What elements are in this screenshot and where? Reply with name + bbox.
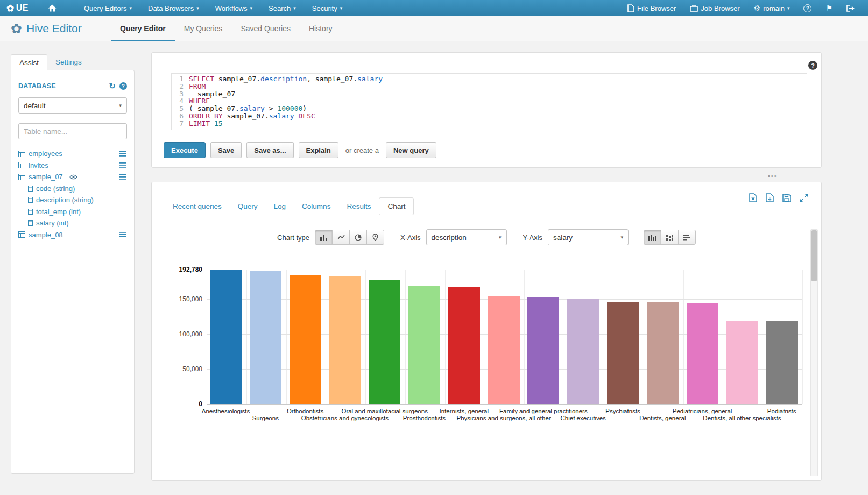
bar-pediatricians-general[interactable] — [687, 303, 718, 404]
topnav-menu-query-editors[interactable]: Query Editors▾ — [76, 0, 140, 16]
save-icon — [782, 194, 791, 202]
bar-physicians-and-surgeons-all-other[interactable] — [488, 296, 520, 404]
vertical-gridline — [365, 270, 366, 404]
table-item-sample-08[interactable]: sample_08 — [18, 229, 127, 241]
bar-chief-executives[interactable] — [567, 299, 599, 404]
horizontal-gridline — [207, 404, 802, 405]
chart-type-map-button[interactable] — [366, 230, 384, 245]
tab-my-queries[interactable]: My Queries — [175, 16, 232, 41]
column-item-total-emp-int[interactable]: total_emp (int) — [18, 206, 127, 218]
tab-query-editor[interactable]: Query Editor — [111, 16, 175, 41]
top-navbar: ✿ UE Query Editors▾Data Browsers▾Workflo… — [0, 0, 868, 16]
tree-item-label: invites — [29, 161, 48, 169]
horizontal-bars-button[interactable] — [678, 230, 696, 245]
execute-button[interactable]: Execute — [164, 142, 206, 158]
file-browser-button[interactable]: File Browser — [620, 0, 683, 16]
results-tab-log[interactable]: Log — [266, 198, 294, 215]
bar-orthodontists[interactable] — [290, 275, 321, 404]
table-item-employees[interactable]: employees — [18, 148, 127, 160]
logout-button[interactable] — [839, 0, 862, 16]
resize-handle[interactable]: ••• — [768, 173, 778, 179]
bar-surgeons[interactable] — [250, 271, 281, 404]
expand-results-button[interactable] — [800, 194, 808, 202]
new-query-button[interactable]: New query — [386, 142, 436, 158]
tab-assist[interactable]: Assist — [11, 54, 47, 70]
sql-editor[interactable]: 1SELECT sample_07.description, sample_07… — [171, 73, 807, 130]
job-browser-button[interactable]: Job Browser — [683, 0, 746, 16]
bar-psychiatrists[interactable] — [607, 302, 639, 404]
help-button[interactable]: ? — [796, 0, 818, 16]
line-chart-icon — [337, 234, 345, 241]
save-as-button[interactable]: Save as... — [246, 142, 293, 158]
save-results-button[interactable] — [782, 194, 791, 202]
bar-podiatrists[interactable] — [766, 321, 798, 404]
bar-dentists-all-other-specialists[interactable] — [726, 321, 758, 404]
assist-help-icon[interactable]: ? — [119, 82, 127, 90]
table-menu-icon[interactable] — [119, 174, 127, 180]
bar-obstetricians-and-gynecologists[interactable] — [329, 276, 361, 404]
download-excel-button[interactable] — [749, 193, 757, 202]
results-tab-columns[interactable]: Columns — [294, 198, 338, 215]
download-csv-icon — [766, 193, 774, 202]
download-csv-button[interactable] — [766, 193, 774, 202]
results-tab-recent-queries[interactable]: Recent queries — [165, 198, 230, 215]
line-number: 1 — [172, 75, 189, 83]
table-menu-icon[interactable] — [119, 162, 127, 168]
table-menu-icon[interactable] — [119, 151, 127, 157]
refresh-icon[interactable]: ↻ — [109, 81, 116, 91]
app-title-label: Hive Editor — [26, 22, 82, 35]
results-tab-results[interactable]: Results — [338, 198, 379, 215]
y-axis-tick: 50,000 — [152, 365, 202, 373]
topnav-menu-security[interactable]: Security▾ — [304, 0, 351, 16]
editor-actions: Execute Save Save as... Explain or creat… — [164, 142, 436, 158]
sql-line: 4WHERE — [172, 97, 807, 105]
bar-oral-and-maxillofacial-surgeons[interactable] — [369, 280, 400, 404]
tab-saved-queries[interactable]: Saved Queries — [231, 16, 300, 41]
explain-button[interactable]: Explain — [299, 142, 338, 158]
editor-help-icon[interactable]: ? — [808, 61, 817, 70]
bar-dentists-general[interactable] — [647, 302, 679, 404]
save-button[interactable]: Save — [210, 142, 242, 158]
assist-table-tree: employeesinvitessample_07code (string)de… — [18, 148, 127, 241]
grouped-bars-button[interactable] — [644, 230, 661, 245]
results-tabs: Recent queriesQueryLogColumnsResultsChar… — [165, 197, 414, 215]
table-item-invites[interactable]: invites — [18, 160, 127, 172]
chart-type-line-button[interactable] — [332, 230, 350, 245]
results-tab-query[interactable]: Query — [230, 198, 266, 215]
topnav-menu-label: Data Browsers — [148, 4, 194, 12]
stacked-bars-button[interactable] — [661, 230, 679, 245]
flag-icon: ⚑ — [825, 4, 832, 12]
results-tab-chart[interactable]: Chart — [379, 197, 414, 215]
feedback-button[interactable]: ⚑ — [818, 0, 839, 16]
table-item-sample-07[interactable]: sample_07 — [18, 171, 127, 183]
bar-anesthesiologists[interactable] — [210, 270, 242, 404]
home-button[interactable] — [43, 4, 62, 12]
y-axis-select[interactable]: salary ▾ — [548, 229, 629, 245]
eye-icon[interactable] — [69, 174, 77, 180]
user-menu[interactable]: ⚙ romain ▾ — [747, 0, 797, 16]
column-item-description-string[interactable]: description (string) — [18, 194, 127, 206]
bar-family-and-general-practitioners[interactable] — [527, 297, 559, 404]
topnav-menu-search[interactable]: Search▾ — [260, 0, 304, 16]
tab-history[interactable]: History — [300, 16, 342, 41]
app-title: ✿ Hive Editor — [11, 22, 91, 36]
chart-type-bars-button[interactable] — [315, 230, 333, 245]
tab-settings[interactable]: Settings — [47, 54, 90, 70]
topnav-menu-data-browsers[interactable]: Data Browsers▾ — [140, 0, 207, 16]
column-item-salary-int[interactable]: salary (int) — [18, 217, 127, 229]
table-filter-input[interactable] — [18, 123, 127, 139]
bar-internists-general[interactable] — [448, 287, 480, 404]
hue-logo[interactable]: ✿ UE — [6, 3, 29, 13]
results-scrollbar[interactable] — [810, 229, 818, 476]
vertical-gridline — [644, 270, 644, 404]
bar-prosthodontists[interactable] — [408, 286, 440, 404]
database-select[interactable]: default ▾ — [18, 97, 127, 114]
database-label: DATABASE — [18, 82, 56, 90]
x-axis-select[interactable]: description ▾ — [426, 229, 507, 245]
chart-type-pie-button[interactable] — [349, 230, 367, 245]
column-item-code-string[interactable]: code (string) — [18, 183, 127, 195]
table-menu-icon[interactable] — [119, 232, 127, 237]
topnav-menu-workflows[interactable]: Workflows▾ — [207, 0, 260, 16]
table-icon — [18, 231, 25, 238]
scrollbar-thumb[interactable] — [811, 230, 817, 281]
